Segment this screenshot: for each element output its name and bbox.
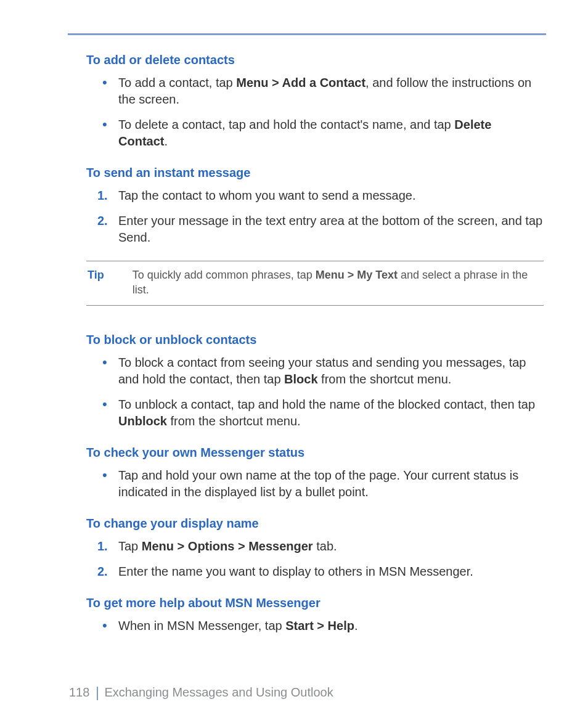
bold-text: Menu > Options > Messenger: [142, 539, 313, 553]
list-add-delete-contacts: To add a contact, tap Menu > Add a Conta…: [86, 75, 544, 150]
heading-send-instant-message: To send an instant message: [86, 166, 544, 180]
tip-label: Tip: [86, 268, 104, 298]
text: When in MSN Messenger, tap: [118, 619, 285, 632]
step-number: 1.: [97, 187, 108, 204]
list-item: To block a contact from seeing your stat…: [118, 354, 544, 388]
heading-change-display-name: To change your display name: [86, 517, 544, 531]
step-number: 1.: [97, 538, 108, 555]
list-item: When in MSN Messenger, tap Start > Help.: [118, 618, 544, 634]
heading-get-more-help: To get more help about MSN Messenger: [86, 596, 544, 610]
list-item: To delete a contact, tap and hold the co…: [118, 116, 544, 150]
bold-text: Unblock: [118, 414, 167, 428]
tip-box: Tip To quickly add common phrases, tap M…: [86, 261, 544, 306]
text: from the shortcut menu.: [318, 372, 452, 386]
chapter-title: Exchanging Messages and Using Outlook: [104, 685, 333, 700]
text: Tap and hold your own name at the top of…: [118, 468, 518, 499]
bold-text: Start > Help: [285, 619, 354, 632]
text: tab.: [313, 539, 337, 553]
list-item: 2. Enter the name you want to display to…: [118, 563, 544, 580]
text: Enter your message in the text entry are…: [118, 214, 542, 244]
text: from the shortcut menu.: [167, 414, 301, 428]
step-number: 2.: [97, 213, 108, 229]
page-footer: 118 Exchanging Messages and Using Outloo…: [69, 685, 333, 700]
list-check-status: Tap and hold your own name at the top of…: [86, 467, 544, 500]
bold-text: Menu > Add a Contact: [236, 76, 365, 89]
list-item: To add a contact, tap Menu > Add a Conta…: [118, 75, 544, 108]
page-number: 118: [69, 685, 89, 700]
heading-check-status: To check your own Messenger status: [86, 446, 544, 460]
list-item: 2. Enter your message in the text entry …: [118, 213, 544, 246]
list-item: 1. Tap the contact to whom you want to s…: [118, 187, 544, 204]
list-get-more-help: When in MSN Messenger, tap Start > Help.: [86, 618, 544, 634]
list-item: 1. Tap Menu > Options > Messenger tab.: [118, 538, 544, 555]
list-item: To unblock a contact, tap and hold the n…: [118, 396, 544, 430]
text: .: [164, 134, 168, 148]
text: To unblock a contact, tap and hold the n…: [118, 398, 535, 411]
text: To quickly add common phrases, tap: [133, 269, 316, 281]
tip-text: To quickly add common phrases, tap Menu …: [133, 268, 544, 298]
top-divider: [68, 33, 546, 35]
text: To add a contact, tap: [118, 76, 236, 89]
text: Tap: [118, 539, 142, 553]
heading-block-unblock-contacts: To block or unblock contacts: [86, 333, 544, 347]
step-number: 2.: [97, 563, 108, 580]
list-item: Tap and hold your own name at the top of…: [118, 467, 544, 500]
text: .: [354, 619, 358, 632]
heading-add-delete-contacts: To add or delete contacts: [86, 53, 544, 67]
bold-text: Block: [284, 372, 317, 386]
list-change-display-name: 1. Tap Menu > Options > Messenger tab. 2…: [86, 538, 544, 580]
list-send-instant-message: 1. Tap the contact to whom you want to s…: [86, 187, 544, 246]
text: Enter the name you want to display to ot…: [118, 565, 473, 578]
page-content: To add or delete contacts To add a conta…: [86, 49, 544, 643]
text: Tap the contact to whom you want to send…: [118, 189, 416, 202]
text: To delete a contact, tap and hold the co…: [118, 118, 454, 131]
footer-divider: [97, 687, 98, 700]
list-block-unblock-contacts: To block a contact from seeing your stat…: [86, 354, 544, 430]
bold-text: Menu > My Text: [316, 269, 398, 281]
